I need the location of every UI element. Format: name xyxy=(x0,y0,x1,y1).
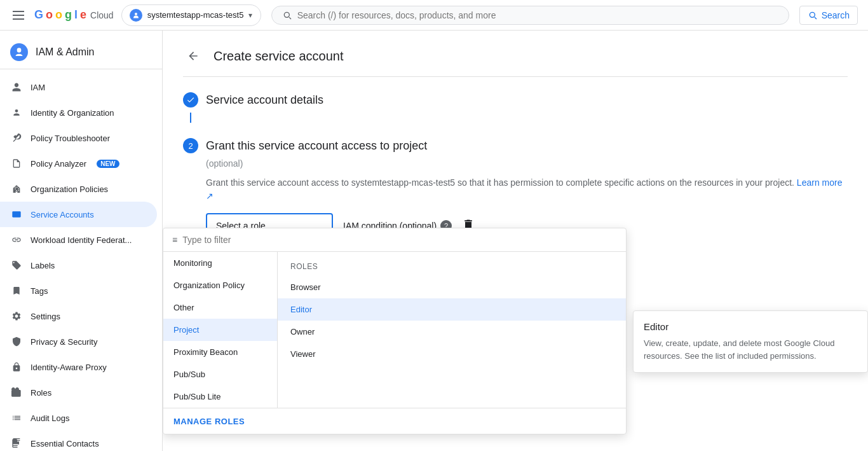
step-2-subtitle: (optional) xyxy=(206,158,848,169)
editor-role-tooltip: Editor View, create, update, and delete … xyxy=(633,310,868,373)
gear-icon xyxy=(10,310,23,323)
sidebar-item-identity-label: Identity & Organization xyxy=(31,108,114,118)
svg-point-0 xyxy=(135,13,137,15)
role-owner[interactable]: Owner xyxy=(278,321,626,343)
hamburger-button[interactable] xyxy=(10,8,27,22)
content-area: Create service account Service account d… xyxy=(163,31,868,451)
sidebar-item-essential-contacts[interactable]: Essential Contacts xyxy=(0,431,157,451)
iam-admin-icon xyxy=(10,43,28,61)
role-viewer[interactable]: Viewer xyxy=(278,343,626,365)
project-selector[interactable]: systemtestapp-mcas-test5 ▾ xyxy=(121,4,261,26)
filter-input[interactable] xyxy=(182,235,617,245)
filter-icon: ≡ xyxy=(172,235,177,245)
roles-list: Roles Browser Editor Owner Viewer xyxy=(278,252,626,408)
link-icon xyxy=(10,233,23,246)
building-icon xyxy=(10,183,23,195)
category-proximity-beacon[interactable]: Proximity Beacon xyxy=(163,341,277,363)
svg-rect-4 xyxy=(12,211,20,217)
new-badge: NEW xyxy=(97,160,119,168)
category-pubsub[interactable]: Pub/Sub xyxy=(163,363,277,385)
sidebar-item-iap-label: Identity-Aware Proxy xyxy=(31,363,107,372)
person-icon xyxy=(10,81,23,94)
search-button[interactable]: Search xyxy=(799,6,858,25)
step-1-title: Service account details xyxy=(206,94,323,107)
identity-org-icon xyxy=(10,106,23,119)
contact-icon xyxy=(10,437,23,450)
sidebar-item-org-policies[interactable]: Organization Policies xyxy=(0,176,157,202)
chevron-down-icon: ▾ xyxy=(248,11,252,20)
project-avatar xyxy=(130,9,142,22)
category-monitoring[interactable]: Monitoring xyxy=(163,252,277,274)
role-editor[interactable]: Editor xyxy=(278,298,626,321)
dropdown-footer: MANAGE ROLES xyxy=(163,408,626,434)
sidebar-item-settings-label: Settings xyxy=(31,312,60,321)
step-2-title: Grant this service account access to pro… xyxy=(206,139,427,153)
project-name: systemtestapp-mcas-test5 xyxy=(147,10,244,20)
tooltip-title: Editor xyxy=(644,321,857,332)
categories-list: Monitoring Organization Policy Other Pro… xyxy=(163,252,278,408)
sidebar-item-labels[interactable]: Labels xyxy=(0,253,157,278)
step-2-description: Grant this service account access to sys… xyxy=(206,176,848,203)
search-icon xyxy=(282,10,292,20)
svg-line-2 xyxy=(815,17,817,19)
roles-list-header: Roles xyxy=(278,257,626,276)
wrench-icon xyxy=(10,132,23,144)
sidebar-item-roles-label: Roles xyxy=(31,388,51,398)
svg-point-3 xyxy=(15,109,18,113)
sidebar-item-settings[interactable]: Settings xyxy=(0,303,157,329)
category-org-policy[interactable]: Organization Policy xyxy=(163,274,277,296)
sidebar-item-tags-label: Tags xyxy=(31,286,48,296)
dropdown-body: Monitoring Organization Policy Other Pro… xyxy=(163,252,626,408)
step-1-header: Service account details xyxy=(183,92,848,108)
sidebar-item-identity-org[interactable]: Identity & Organization xyxy=(0,100,157,125)
sidebar-item-iam-label: IAM xyxy=(31,83,45,92)
search-input[interactable] xyxy=(297,10,778,20)
svg-point-1 xyxy=(810,12,815,17)
role-browser[interactable]: Browser xyxy=(278,276,626,298)
sidebar-header: IAM & Admin xyxy=(0,36,162,69)
sidebar-item-policy-troubleshooter-label: Policy Troubleshooter xyxy=(31,134,110,143)
learn-more-link[interactable]: Learn more xyxy=(797,177,843,188)
sidebar-item-org-policies-label: Organization Policies xyxy=(31,184,108,194)
back-button[interactable] xyxy=(183,46,203,66)
sidebar-item-service-accounts-label: Service Accounts xyxy=(31,210,94,219)
step-1-divider xyxy=(190,113,191,123)
sidebar-item-privacy-security[interactable]: Privacy & Security xyxy=(0,329,157,354)
sidebar-item-policy-analyzer-label: Policy Analyzer xyxy=(31,159,86,169)
document-icon xyxy=(10,157,23,170)
sidebar-item-workload-identity-label: Workload Identity Federat... xyxy=(31,235,132,245)
manage-roles-link[interactable]: MANAGE ROLES xyxy=(173,417,245,426)
page-header: Create service account xyxy=(183,46,848,77)
step-2-header: 2 Grant this service account access to p… xyxy=(183,138,848,153)
sidebar-item-workload-identity[interactable]: Workload Identity Federat... xyxy=(0,227,157,253)
topbar-left: Google Cloud systemtestapp-mcas-test5 ▾ xyxy=(10,4,261,26)
sidebar-item-policy-analyzer[interactable]: Policy Analyzer NEW xyxy=(0,151,157,176)
category-other[interactable]: Other xyxy=(163,296,277,319)
sidebar-item-tags[interactable]: Tags xyxy=(0,278,157,303)
sidebar-item-identity-aware-proxy[interactable]: Identity-Aware Proxy xyxy=(0,354,157,380)
sidebar-item-labels-label: Labels xyxy=(31,261,55,270)
step-2-section: 2 Grant this service account access to p… xyxy=(183,138,848,239)
dropdown-filter: ≡ xyxy=(163,228,626,252)
tooltip-description: View, create, update, and delete most Go… xyxy=(644,337,857,362)
sidebar-item-policy-troubleshooter[interactable]: Policy Troubleshooter xyxy=(0,125,157,151)
tag-icon xyxy=(10,259,23,272)
category-pubsub-lite[interactable]: Pub/Sub Lite xyxy=(163,385,277,408)
sidebar-item-roles[interactable]: Roles xyxy=(0,380,157,405)
step-2-circle: 2 xyxy=(183,138,198,153)
category-project[interactable]: Project xyxy=(163,319,277,341)
sidebar-item-iam[interactable]: IAM xyxy=(0,74,157,100)
sidebar-item-privacy-security-label: Privacy & Security xyxy=(31,337,97,347)
sidebar-item-essential-contacts-label: Essential Contacts xyxy=(31,439,99,448)
role-dropdown: ≡ Monitoring Organization Policy Other P… xyxy=(163,228,627,434)
sidebar-item-service-accounts[interactable]: Service Accounts xyxy=(0,202,157,227)
sidebar-title: IAM & Admin xyxy=(36,46,94,58)
shield-icon xyxy=(10,335,23,348)
list-icon xyxy=(10,412,23,424)
search-bar xyxy=(271,6,789,25)
google-cloud-logo: Google Cloud xyxy=(34,8,114,22)
sidebar-item-audit-logs[interactable]: Audit Logs xyxy=(0,405,157,431)
service-account-icon xyxy=(10,208,23,221)
search-button-icon xyxy=(808,10,818,20)
sidebar: IAM & Admin IAM Identity & Organization … xyxy=(0,31,163,451)
